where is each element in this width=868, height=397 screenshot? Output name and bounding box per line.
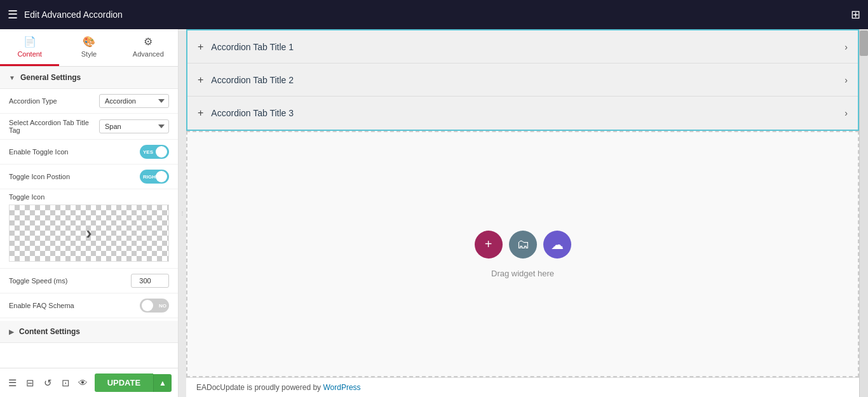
accordion-item-1[interactable]: + Accordion Tab Title 1 › — [187, 30, 858, 64]
panel-content: ▼ General Settings Accordion Type Accord… — [0, 67, 178, 368]
enable-toggle-icon-control[interactable]: YES — [140, 145, 169, 159]
panel-resizer[interactable]: ⋮ — [179, 29, 186, 397]
toggle-icon-label: Toggle Icon — [9, 193, 169, 201]
content-settings-label: Content Settings — [19, 327, 80, 336]
canvas-area: + Accordion Tab Title 1 › + Accordion Ta… — [186, 29, 859, 397]
toggle-yes-label: YES — [143, 149, 153, 155]
update-button[interactable]: UPDATE — [95, 373, 153, 392]
drag-widget-text: Drag widget here — [491, 269, 554, 278]
tab-content[interactable]: 📄 Content — [0, 29, 59, 66]
accordion-chevron-icon-1: › — [844, 42, 848, 52]
advanced-tab-icon: ⚙ — [144, 36, 153, 48]
accordion-title-1: Accordion Tab Title 1 — [211, 42, 844, 52]
enable-faq-schema-switch[interactable]: NO — [140, 299, 169, 313]
tab-style-label: Style — [81, 50, 97, 58]
layers-btn[interactable]: ⊟ — [24, 374, 37, 392]
grid-icon[interactable]: ⊞ — [851, 8, 860, 22]
section-arrow-icon: ▼ — [9, 74, 15, 81]
toggle-icon-chevron: › — [86, 223, 92, 243]
tab-advanced[interactable]: ⚙ Advanced — [119, 29, 178, 66]
tabs-row: 📄 Content 🎨 Style ⚙ Advanced — [0, 29, 178, 67]
redo-btn[interactable]: ⊡ — [59, 374, 72, 392]
bottom-toolbar: ☰ ⊟ ↺ ⊡ 👁 UPDATE ▲ — [0, 368, 178, 397]
scrollbar-thumb[interactable] — [860, 30, 868, 56]
enable-toggle-icon-switch[interactable]: YES — [140, 145, 169, 159]
undo-btn[interactable]: ↺ — [41, 374, 54, 392]
accordion-type-label: Accordion Type — [9, 97, 94, 105]
menu-icon[interactable]: ☰ — [8, 8, 18, 22]
enable-toggle-icon-label: Enable Toggle Icon — [9, 148, 135, 156]
accordion-chevron-icon-2: › — [844, 75, 848, 85]
content-tab-icon: 📄 — [24, 36, 36, 48]
general-settings-header[interactable]: ▼ General Settings — [0, 67, 178, 89]
tab-style[interactable]: 🎨 Style — [59, 29, 118, 66]
content-section-arrow-icon: ▶ — [9, 328, 14, 335]
update-btn-group: UPDATE ▲ — [95, 373, 172, 392]
top-bar: ☰ Edit Advanced Accordion ⊞ — [0, 0, 868, 29]
accordion-plus-icon-2: + — [198, 74, 203, 86]
right-scrollbar[interactable] — [859, 29, 868, 397]
toggle-icon-position-control[interactable]: RIGHT — [140, 170, 169, 184]
toggle-icon-position-label: Toggle Icon Postion — [9, 173, 135, 180]
enable-faq-schema-control[interactable]: NO — [140, 299, 169, 313]
toggle-speed-label: Toggle Speed (ms) — [9, 277, 126, 285]
content-settings-header[interactable]: ▶ Content Settings — [0, 321, 178, 343]
update-dropdown-button[interactable]: ▲ — [153, 374, 172, 392]
toggle-speed-input[interactable] — [131, 274, 169, 288]
toggle-icon-position-switch[interactable]: RIGHT — [140, 170, 169, 184]
cloud-templates-button[interactable]: ☁ — [543, 231, 571, 259]
toggle-speed-row: Toggle Speed (ms) — [0, 269, 178, 293]
tab-title-tag-select[interactable]: Span Div H1 H2 — [99, 119, 169, 133]
wordpress-link[interactable]: WordPress — [323, 383, 360, 392]
drag-widget-area: + 🗂 ☁ Drag widget here — [186, 131, 859, 377]
enable-toggle-icon-row: Enable Toggle Icon YES — [0, 140, 178, 165]
toggle-position-knob — [156, 171, 167, 182]
tab-advanced-label: Advanced — [133, 50, 164, 58]
accordion-item-2[interactable]: + Accordion Tab Title 2 › — [187, 64, 858, 97]
enable-faq-schema-row: Enable FAQ Schema NO — [0, 293, 178, 318]
accordion-title-2: Accordion Tab Title 2 — [211, 75, 844, 85]
general-settings-label: General Settings — [20, 73, 81, 82]
toggle-no-label: NO — [159, 303, 166, 309]
toggle-icon-container: Toggle Icon › — [0, 189, 178, 269]
toggle-speed-control[interactable] — [131, 274, 169, 288]
tab-title-tag-label: Select Accordion Tab Title Tag — [9, 119, 94, 134]
footer-text: EADocUpdate is proudly powered by — [196, 383, 323, 392]
accordion-type-select[interactable]: Accordion Toggle — [99, 94, 169, 108]
drag-buttons-row: + 🗂 ☁ — [475, 231, 571, 259]
enable-faq-schema-label: Enable FAQ Schema — [9, 302, 135, 309]
toggle-icon-preview-box[interactable]: › — [9, 205, 169, 262]
toggle-icon-position-row: Toggle Icon Postion RIGHT — [0, 165, 178, 189]
add-widget-button[interactable]: + — [475, 231, 503, 259]
accordion-widget: + Accordion Tab Title 1 › + Accordion Ta… — [186, 29, 859, 131]
toggle-knob — [156, 146, 167, 158]
accordion-type-control[interactable]: Accordion Toggle — [99, 94, 169, 108]
faq-toggle-knob — [142, 300, 153, 311]
accordion-plus-icon-3: + — [198, 107, 203, 119]
preview-btn[interactable]: 👁 — [77, 374, 90, 392]
tab-title-tag-row: Select Accordion Tab Title Tag Span Div … — [0, 114, 178, 140]
resizer-handle-icon: ⋮ — [180, 210, 185, 216]
style-tab-icon: 🎨 — [83, 36, 95, 48]
accordion-title-3: Accordion Tab Title 3 — [211, 108, 844, 118]
tab-title-tag-control[interactable]: Span Div H1 H2 — [99, 119, 169, 133]
page-title: Edit Advanced Accordion — [24, 10, 844, 20]
hamburger-btn[interactable]: ☰ — [6, 374, 19, 392]
accordion-plus-icon-1: + — [198, 41, 203, 53]
accordion-item-3[interactable]: + Accordion Tab Title 3 › — [187, 97, 858, 130]
tab-content-label: Content — [17, 50, 42, 58]
main-layout: 📄 Content 🎨 Style ⚙ Advanced ▼ General S… — [0, 29, 868, 397]
footer-bar: EADocUpdate is proudly powered by WordPr… — [186, 377, 859, 397]
accordion-chevron-icon-3: › — [844, 108, 848, 118]
left-panel: 📄 Content 🎨 Style ⚙ Advanced ▼ General S… — [0, 29, 179, 397]
browse-templates-button[interactable]: 🗂 — [509, 231, 537, 259]
accordion-type-row: Accordion Type Accordion Toggle — [0, 89, 178, 114]
